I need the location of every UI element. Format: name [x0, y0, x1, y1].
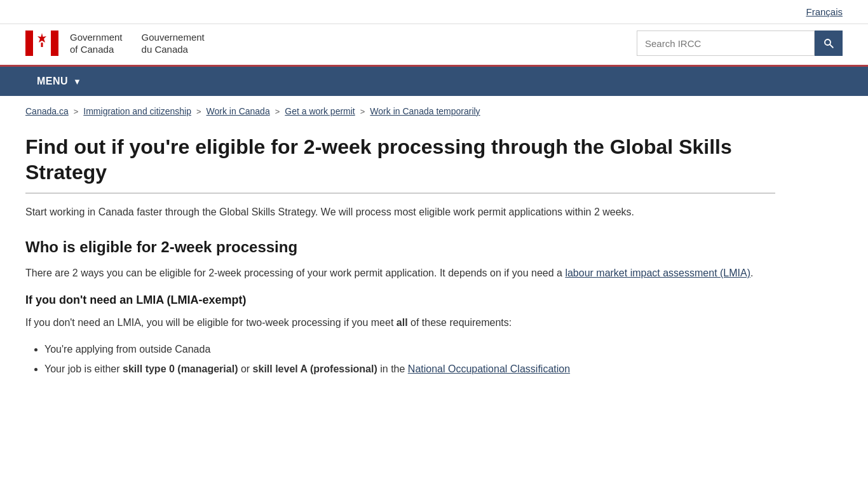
requirements-list: You're applying from outside Canada Your… [44, 341, 775, 377]
breadcrumb-item-work[interactable]: Work in Canada [207, 106, 270, 116]
subsection1-bold: all [397, 317, 408, 328]
section1-intro-before: There are 2 ways you can be eligible for… [25, 268, 562, 278]
main-content: Find out if you're eligible for 2-week p… [0, 121, 801, 409]
logo-en-line2: of Canada [70, 43, 123, 56]
breadcrumb-item-temporary[interactable]: Work in Canada temporarily [370, 106, 480, 116]
canada-flag-icon [25, 30, 58, 56]
page-title: Find out if you're eligible for 2-week p… [25, 134, 775, 194]
subsection1-heading: If you don't need an LMIA (LMIA-exempt) [25, 294, 775, 307]
breadcrumb-item-immigration[interactable]: Immigration and citizenship [83, 106, 191, 116]
logo-english: Government of Canada [70, 31, 123, 56]
section1-intro-text: There are 2 ways you can be eligible for… [25, 265, 775, 281]
bullet2-text-end: in the [377, 363, 408, 374]
section1-intro-period: . [750, 268, 753, 278]
search-button[interactable] [815, 30, 843, 56]
logo-fr-line1: Gouvernement [142, 31, 205, 44]
nav-bar: MENU ▼ [0, 67, 868, 96]
bullet-item-2: Your job is either skill type 0 (manager… [44, 361, 775, 377]
bullet2-bold1: skill type 0 (managerial) [123, 363, 238, 374]
menu-button[interactable]: MENU ▼ [25, 67, 93, 96]
breadcrumb-separator-2: > [196, 107, 201, 116]
svg-rect-1 [51, 30, 58, 56]
logo-en-line1: Government [70, 31, 123, 44]
svg-rect-0 [25, 30, 33, 56]
subsection1-text-after: of these requirements: [408, 317, 512, 328]
subsection1-text: If you don't need an LMIA, you will be e… [25, 315, 775, 331]
subsection1-text-before: If you don't need an LMIA, you will be e… [25, 317, 397, 328]
breadcrumb-item-permit[interactable]: Get a work permit [285, 106, 355, 116]
breadcrumb-separator-4: > [360, 107, 365, 116]
bullet2-text-before: Your job is either [44, 363, 123, 374]
logo-text: Government of Canada Gouvernement du Can… [70, 31, 205, 56]
breadcrumb-item-home[interactable]: Canada.ca [25, 106, 69, 116]
breadcrumb-separator-3: > [275, 107, 280, 116]
bullet1-text: You're applying from outside Canada [44, 344, 210, 355]
header-top-bar: Français [0, 0, 868, 24]
svg-line-6 [830, 44, 833, 48]
search-input[interactable] [637, 30, 815, 56]
header-main: Government of Canada Gouvernement du Can… [0, 24, 868, 67]
logo-area: Government of Canada Gouvernement du Can… [25, 30, 205, 56]
noc-link[interactable]: National Occupational Classification [408, 363, 570, 374]
language-toggle[interactable]: Français [806, 6, 843, 17]
breadcrumb-separator: > [74, 107, 79, 116]
search-icon [823, 37, 834, 49]
lmia-link[interactable]: labour market impact assessment (LMIA) [565, 268, 750, 278]
svg-rect-4 [41, 43, 43, 47]
bullet-item-1: You're applying from outside Canada [44, 341, 775, 358]
search-area [637, 30, 843, 56]
section1-heading: Who is eligible for 2-week processing [25, 238, 775, 256]
intro-text: Start working in Canada faster through t… [25, 204, 775, 220]
logo-fr-line2: du Canada [142, 43, 205, 56]
menu-label: MENU [37, 76, 68, 87]
chevron-down-icon: ▼ [73, 77, 81, 86]
breadcrumb: Canada.ca > Immigration and citizenship … [0, 96, 868, 121]
logo-french: Gouvernement du Canada [142, 31, 205, 56]
bullet2-middle: or [238, 363, 252, 374]
bullet2-bold2: skill level A (professional) [253, 363, 377, 374]
